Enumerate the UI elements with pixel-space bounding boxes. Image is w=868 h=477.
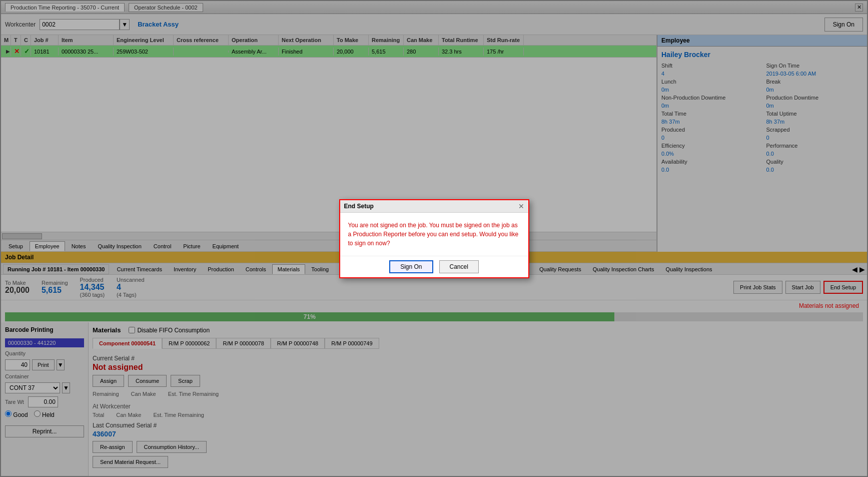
modal-message: You are not signed on the job. You must …	[348, 222, 519, 247]
modal-cancel-button[interactable]: Cancel	[439, 260, 479, 273]
modal-close-button[interactable]: ✕	[518, 202, 524, 210]
modal-footer: Sign On Cancel	[340, 256, 528, 277]
modal-title-bar: End Setup ✕	[340, 200, 528, 213]
modal-overlay: End Setup ✕ You are not signed on the jo…	[0, 0, 868, 477]
modal-body: You are not signed on the job. You must …	[340, 213, 528, 256]
end-setup-modal: End Setup ✕ You are not signed on the jo…	[339, 199, 529, 278]
modal-title: End Setup	[344, 203, 374, 210]
modal-sign-on-button[interactable]: Sign On	[389, 260, 433, 273]
